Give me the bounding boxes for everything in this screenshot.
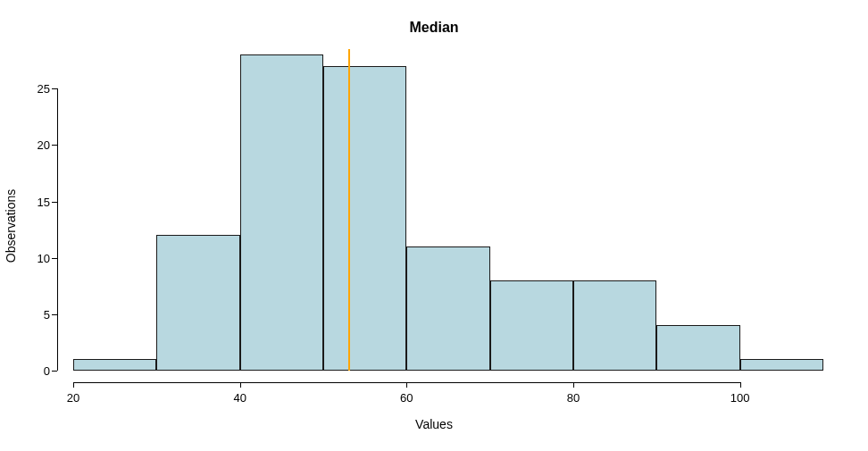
x-tick-label: 40 [233, 391, 246, 405]
y-tick-label: 0 [14, 364, 50, 378]
x-tick-label: 80 [567, 391, 580, 405]
y-tick-label: 15 [14, 195, 50, 208]
x-tick-label: 100 [730, 391, 750, 405]
y-tick-mark [52, 314, 57, 315]
x-tick-mark [73, 382, 74, 388]
x-tick-mark [740, 382, 741, 388]
histogram-bar [323, 66, 406, 371]
y-tick-mark [52, 371, 57, 372]
chart-title: Median [0, 20, 868, 36]
plot-area [73, 49, 823, 371]
y-tick-label: 10 [14, 251, 50, 264]
x-tick-label: 20 [67, 391, 79, 405]
y-tick-label: 5 [14, 307, 50, 321]
x-tick-mark [573, 382, 574, 388]
x-tick-mark [240, 382, 241, 388]
y-tick-label: 25 [14, 82, 50, 96]
y-tick-mark [52, 88, 57, 89]
histogram-bar [156, 235, 239, 371]
histogram-chart: Median Observations Values 0510152025 20… [0, 0, 868, 451]
y-axis-line [57, 88, 58, 371]
y-tick-mark [52, 258, 57, 259]
histogram-bar [240, 54, 323, 371]
x-axis-label: Values [0, 417, 868, 431]
x-tick-label: 60 [400, 391, 413, 405]
y-tick-label: 20 [14, 138, 50, 152]
histogram-bar [406, 246, 489, 371]
x-tick-mark [406, 382, 407, 388]
median-line [348, 49, 350, 371]
y-tick-mark [52, 145, 57, 146]
histogram-bars [73, 49, 823, 371]
histogram-bar [490, 280, 573, 371]
histogram-bar [740, 359, 823, 371]
histogram-bar [73, 359, 156, 371]
histogram-bar [656, 325, 739, 371]
histogram-bar [573, 280, 656, 371]
y-tick-mark [52, 202, 57, 203]
